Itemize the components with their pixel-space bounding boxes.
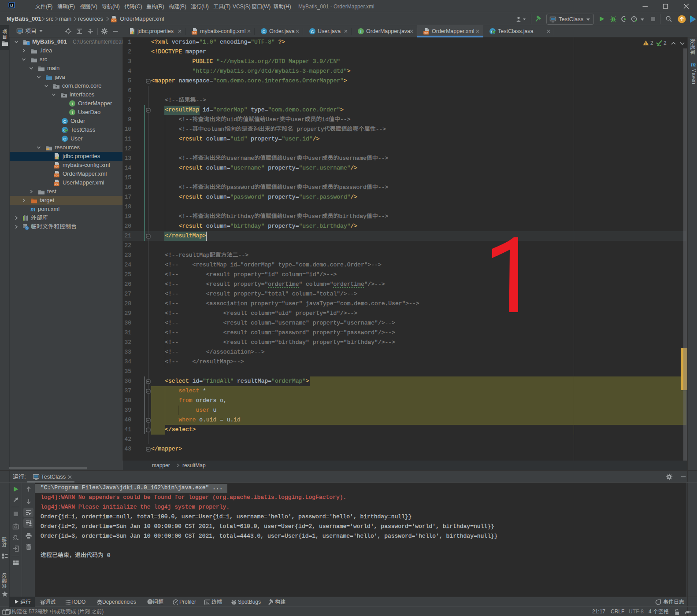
svg-text:C: C bbox=[311, 29, 314, 34]
svg-text:I: I bbox=[72, 101, 73, 106]
svg-text:m: m bbox=[30, 206, 35, 213]
svg-text:m: m bbox=[691, 61, 696, 67]
svg-text:<>: <> bbox=[55, 183, 59, 186]
svg-text:<>: <> bbox=[193, 31, 197, 35]
svg-text:<>: <> bbox=[112, 19, 116, 22]
svg-text:I: I bbox=[360, 29, 362, 34]
svg-text:C: C bbox=[263, 29, 266, 34]
svg-text:C: C bbox=[63, 119, 67, 124]
svg-text:<>: <> bbox=[424, 31, 429, 35]
svg-text:<>: <> bbox=[55, 174, 59, 177]
svg-text:<>: <> bbox=[55, 165, 59, 169]
svg-text:IJ: IJ bbox=[10, 4, 13, 7]
svg-text:I: I bbox=[72, 110, 73, 115]
svg-text:C: C bbox=[63, 136, 67, 141]
